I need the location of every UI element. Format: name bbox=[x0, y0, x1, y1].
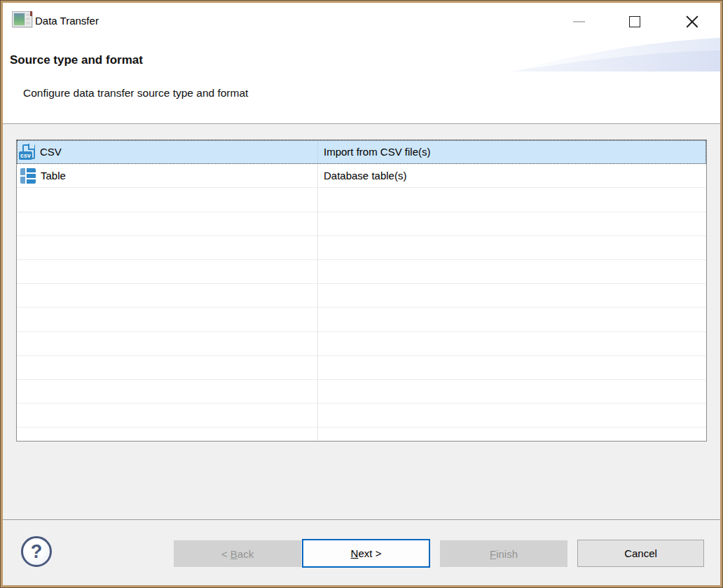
table-grid-icon bbox=[20, 168, 36, 184]
back-button[interactable]: < Back bbox=[174, 540, 301, 567]
window-title: Data Transfer bbox=[35, 3, 99, 39]
table-empty-row bbox=[17, 188, 706, 212]
cancel-button[interactable]: Cancel bbox=[577, 540, 704, 567]
table-empty-row bbox=[17, 236, 706, 260]
next-button[interactable]: Next > bbox=[302, 539, 430, 568]
source-type-table[interactable]: csv CSV Import from CSV file(s) Table Da… bbox=[16, 139, 707, 442]
table-empty-row bbox=[17, 284, 706, 308]
table-empty-row bbox=[17, 212, 706, 236]
table-empty-row bbox=[17, 380, 706, 404]
csv-file-icon: csv bbox=[19, 144, 36, 160]
table-row-table[interactable]: Table Database table(s) bbox=[17, 164, 706, 188]
maximize-icon[interactable] bbox=[623, 10, 647, 34]
table-empty-row bbox=[17, 332, 706, 356]
close-icon[interactable] bbox=[680, 10, 704, 34]
table-empty-row bbox=[17, 308, 706, 331]
wizard-banner: Data Transfer Source type and format Con… bbox=[3, 3, 720, 124]
titlebar: Data Transfer bbox=[3, 3, 720, 39]
finish-button[interactable]: Finish bbox=[440, 540, 567, 567]
page-title: Source type and format bbox=[10, 53, 143, 67]
table-empty-row bbox=[17, 356, 706, 380]
row-description: Import from CSV file(s) bbox=[324, 146, 431, 158]
row-name: Table bbox=[41, 170, 66, 182]
banner-swoosh-decoration bbox=[510, 34, 720, 74]
minimize-icon[interactable] bbox=[567, 10, 591, 34]
footer-separator bbox=[3, 519, 720, 520]
app-window-icon bbox=[12, 11, 32, 27]
table-row-csv[interactable]: csv CSV Import from CSV file(s) bbox=[17, 140, 706, 164]
help-icon[interactable]: ? bbox=[21, 536, 52, 567]
row-description: Database table(s) bbox=[324, 170, 406, 182]
table-empty-row bbox=[17, 404, 706, 428]
table-empty-row bbox=[17, 428, 706, 442]
source-table-body: csv CSV Import from CSV file(s) Table Da… bbox=[17, 140, 706, 442]
data-transfer-dialog: Data Transfer Source type and format Con… bbox=[0, 0, 723, 588]
page-subtitle: Configure data transfer source type and … bbox=[23, 87, 248, 100]
table-empty-row bbox=[17, 260, 706, 284]
row-name: CSV bbox=[40, 146, 62, 158]
